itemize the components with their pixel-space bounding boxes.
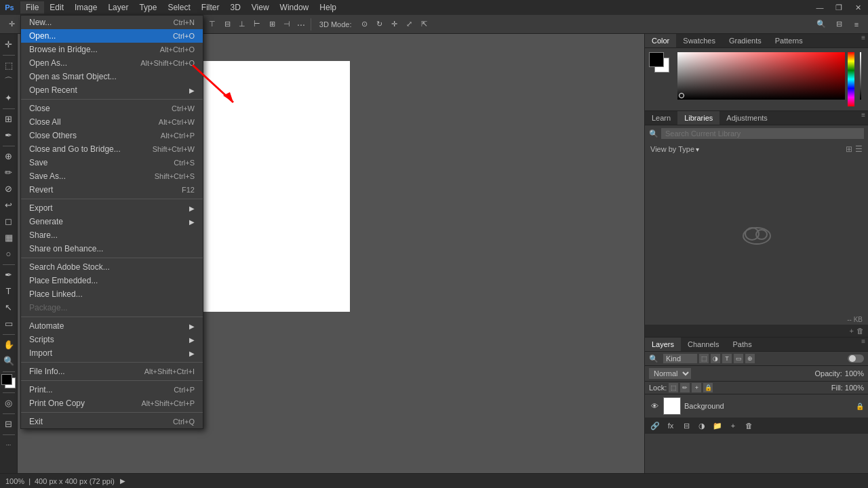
tab-swatches[interactable]: Swatches xyxy=(676,34,722,47)
dodge-tool[interactable]: ○ xyxy=(1,246,16,261)
screen-mode-btn[interactable]: ⊟ xyxy=(1,416,16,431)
minimize-btn[interactable]: — xyxy=(812,0,827,15)
menu-item-automate[interactable]: Automate ▶ xyxy=(21,319,203,333)
healing-brush-tool[interactable]: ⊕ xyxy=(1,148,16,163)
eyedropper-tool[interactable]: ✒ xyxy=(1,127,16,142)
layer-visibility-icon[interactable]: 👁 xyxy=(649,401,660,411)
pen-tool[interactable]: ✒ xyxy=(1,267,16,282)
distribute-hc-icon[interactable]: ⊞ xyxy=(264,17,279,32)
view-by-type-label[interactable]: View by Type xyxy=(650,145,694,153)
workspace-icon[interactable]: ⊟ xyxy=(831,17,846,32)
fg-bg-swatches[interactable] xyxy=(649,52,669,73)
color-panel-menu[interactable]: ≡ xyxy=(859,34,868,47)
menu-help[interactable]: Help xyxy=(314,1,342,14)
distribute-vc-icon[interactable]: ⊟ xyxy=(220,17,235,32)
menu-item-save-as[interactable]: Save As... Shift+Ctrl+S xyxy=(21,169,203,183)
new-adj-layer-btn[interactable]: ◑ xyxy=(696,420,708,432)
lock-all-icon[interactable]: 🔒 xyxy=(703,383,713,392)
tab-adjustments[interactable]: Adjustments xyxy=(719,111,774,125)
menu-item-open-as[interactable]: Open As... Alt+Shift+Ctrl+O xyxy=(21,56,203,70)
3d-slide-icon[interactable]: ⤢ xyxy=(401,17,416,32)
menu-item-file-info[interactable]: File Info... Alt+Shift+Ctrl+I xyxy=(21,365,203,378)
menu-item-close[interactable]: Close Ctrl+W xyxy=(21,102,203,115)
filter-adj-icon[interactable]: ◑ xyxy=(711,354,720,363)
tab-learn[interactable]: Learn xyxy=(645,111,677,125)
menu-item-browse-bridge[interactable]: Browse in Bridge... Alt+Ctrl+O xyxy=(21,43,203,56)
crop-tool[interactable]: ⊞ xyxy=(1,111,16,126)
fill-value[interactable]: 100% xyxy=(845,384,864,392)
path-selection-tool[interactable]: ↖ xyxy=(1,300,16,314)
menu-item-import[interactable]: Import ▶ xyxy=(21,346,203,360)
menu-item-new[interactable]: New... Ctrl+N xyxy=(21,16,203,29)
menu-file[interactable]: File xyxy=(20,1,44,14)
type-tool[interactable]: T xyxy=(1,283,16,298)
quick-mask-btn[interactable]: ◎ xyxy=(1,395,16,410)
lock-pixels-icon[interactable]: ⬚ xyxy=(669,383,678,392)
add-style-btn[interactable]: fx xyxy=(665,420,677,432)
clone-stamp-tool[interactable]: ⊘ xyxy=(1,181,16,196)
menu-item-open-recent[interactable]: Open Recent ▶ xyxy=(21,83,203,97)
menu-image[interactable]: Image xyxy=(69,1,102,14)
menu-edit[interactable]: Edit xyxy=(44,1,69,14)
lib-add-btn[interactable]: + xyxy=(850,327,854,335)
menu-item-share[interactable]: Share... xyxy=(21,228,203,242)
lock-artboard-icon[interactable]: + xyxy=(692,383,701,392)
hand-tool[interactable]: ✋ xyxy=(1,337,16,352)
filter-type-icon[interactable]: T xyxy=(722,354,732,363)
3d-roll-icon[interactable]: ↻ xyxy=(372,17,387,32)
table-row[interactable]: 👁 Background 🔒 xyxy=(645,394,868,418)
menu-filter[interactable]: Filter xyxy=(196,1,225,14)
tab-channels[interactable]: Channels xyxy=(681,338,726,351)
distribute-top-icon[interactable]: ⊤ xyxy=(205,17,220,32)
gradient-tool[interactable]: ▦ xyxy=(1,230,16,245)
move-tool[interactable]: ✛ xyxy=(1,37,16,52)
lib-grid-view-icon[interactable]: ⊞ xyxy=(846,144,852,154)
hue-slider[interactable] xyxy=(848,52,854,106)
eraser-tool[interactable]: ◻ xyxy=(1,214,16,228)
tab-patterns[interactable]: Patterns xyxy=(768,34,810,47)
color-spectrum[interactable] xyxy=(677,52,845,100)
status-expand-btn[interactable]: ▶ xyxy=(120,477,125,485)
menu-item-print[interactable]: Print... Ctrl+P xyxy=(21,383,203,396)
3d-scale-icon[interactable]: ⇱ xyxy=(416,17,431,32)
history-brush-tool[interactable]: ↩ xyxy=(1,197,16,212)
menu-item-generate[interactable]: Generate ▶ xyxy=(21,215,203,228)
menu-item-place-linked[interactable]: Place Linked... xyxy=(21,287,203,301)
add-mask-btn[interactable]: ⊟ xyxy=(680,420,692,432)
menu-item-close-others[interactable]: Close Others Alt+Ctrl+P xyxy=(21,129,203,142)
lib-delete-btn[interactable]: 🗑 xyxy=(856,327,864,335)
menu-item-open[interactable]: Open... Ctrl+O xyxy=(21,29,203,43)
kind-filter-input[interactable] xyxy=(663,354,697,363)
shape-tool[interactable]: ▭ xyxy=(1,316,16,331)
menu-3d[interactable]: 3D xyxy=(224,1,245,14)
blend-mode-select[interactable]: Normal xyxy=(649,368,691,379)
distribute-right-icon[interactable]: ⊣ xyxy=(279,17,294,32)
menu-item-print-one[interactable]: Print One Copy Alt+Shift+Ctrl+P xyxy=(21,396,203,410)
extras-btn[interactable]: ··· xyxy=(1,437,16,452)
menu-type[interactable]: Type xyxy=(134,1,162,14)
workspace-options-icon[interactable]: ≡ xyxy=(849,17,864,32)
menu-window[interactable]: Window xyxy=(275,1,315,14)
rect-marquee-tool[interactable]: ⬚ xyxy=(1,58,16,73)
menu-item-open-smart[interactable]: Open as Smart Object... xyxy=(21,70,203,83)
lock-position-icon[interactable]: ✏ xyxy=(680,383,690,392)
menu-item-place-embedded[interactable]: Place Embedded... xyxy=(21,274,203,287)
3d-drag-icon[interactable]: ✛ xyxy=(387,17,401,32)
opacity-slider[interactable] xyxy=(857,52,864,100)
tab-color[interactable]: Color xyxy=(645,34,676,47)
menu-item-close-all[interactable]: Close All Alt+Ctrl+W xyxy=(21,115,203,129)
search-icon[interactable]: 🔍 xyxy=(814,17,829,32)
menu-item-share-behance[interactable]: Share on Behance... xyxy=(21,242,203,256)
lib-search-input[interactable] xyxy=(661,128,864,139)
view-type-arrow[interactable]: ▾ xyxy=(696,146,699,153)
new-layer-btn[interactable]: + xyxy=(727,420,739,432)
menu-item-export[interactable]: Export ▶ xyxy=(21,201,203,215)
filter-pixel-icon[interactable]: ⬚ xyxy=(699,354,709,363)
lasso-tool[interactable]: ⌒ xyxy=(1,74,16,89)
menu-item-save[interactable]: Save Ctrl+S xyxy=(21,156,203,169)
menu-view[interactable]: View xyxy=(246,1,275,14)
menu-item-search-stock[interactable]: Search Adobe Stock... xyxy=(21,260,203,274)
distribute-left-icon[interactable]: ⊢ xyxy=(250,17,264,32)
menu-item-scripts[interactable]: Scripts ▶ xyxy=(21,333,203,346)
tab-libraries[interactable]: Libraries xyxy=(677,111,719,125)
